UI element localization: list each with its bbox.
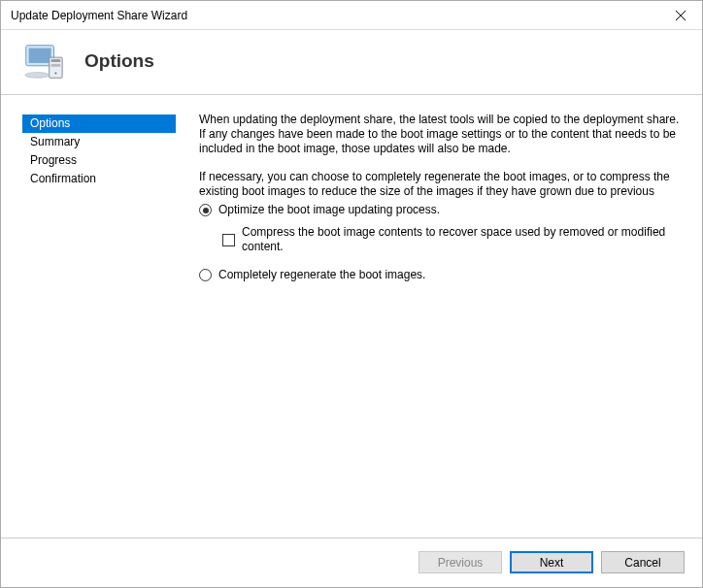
svg-rect-3 [29,49,51,63]
svg-point-7 [54,73,56,75]
wizard-steps-sidebar: Options Summary Progress Confirmation [1,95,185,538]
svg-point-8 [25,73,50,79]
options-radio-group: Optimize the boot image updating process… [199,199,683,294]
sidebar-item-summary[interactable]: Summary [22,133,176,151]
titlebar: Update Deployment Share Wizard [1,1,702,30]
radio-label: Completely regenerate the boot images. [218,268,425,282]
radio-icon [199,204,212,216]
close-button[interactable] [658,1,702,30]
cancel-button[interactable]: Cancel [601,551,685,573]
sidebar-item-label: Options [30,116,70,130]
sidebar-item-options[interactable]: Options [22,114,176,133]
radio-icon [199,269,212,281]
next-button[interactable]: Next [510,551,593,573]
computer-icon [20,42,65,81]
svg-rect-5 [51,59,61,62]
intro-paragraph-2: If necessary, you can choose to complete… [199,170,683,199]
window-title: Update Deployment Share Wizard [11,9,187,22]
sidebar-item-label: Confirmation [30,172,96,185]
svg-rect-6 [51,64,61,67]
close-icon [676,11,686,20]
radio-optimize[interactable]: Optimize the boot image updating process… [199,203,683,217]
sidebar-item-progress[interactable]: Progress [22,151,176,170]
main-area: Options Summary Progress Confirmation Wh… [1,95,702,538]
sidebar-item-label: Progress [30,153,77,167]
checkbox-icon [222,234,235,246]
sidebar-item-confirmation[interactable]: Confirmation [22,170,176,188]
sidebar-item-label: Summary [30,135,80,148]
page-title: Options [84,50,154,72]
wizard-footer: Previous Next Cancel [1,538,702,586]
checkbox-compress[interactable]: Compress the boot image contents to reco… [222,225,683,254]
checkbox-label: Compress the boot image contents to reco… [242,225,683,254]
wizard-header: Options [1,30,702,95]
radio-label: Optimize the boot image updating process… [218,203,440,217]
previous-button: Previous [418,551,502,573]
content-panel: When updating the deployment share, the … [185,95,702,538]
intro-paragraph-1: When updating the deployment share, the … [199,113,683,156]
radio-regenerate[interactable]: Completely regenerate the boot images. [199,268,683,282]
